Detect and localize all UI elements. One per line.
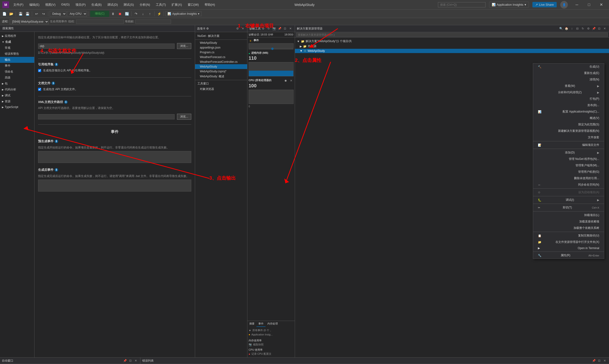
ctx-file-nest[interactable]: 文件放套 <box>533 134 604 141</box>
options-weather[interactable]: WeatherForecast.cs <box>195 55 247 59</box>
ctx-client-lib[interactable]: 管理客户端库(M)... <box>533 162 604 169</box>
options-controller[interactable]: WeatherForecastController.cs <box>195 59 247 64</box>
diag-pause-btn[interactable]: ⏸ <box>249 39 252 43</box>
options-appsettings[interactable]: appsettings.json <box>195 45 247 50</box>
doc-file-info-icon[interactable]: ℹ <box>52 82 55 85</box>
diag-snapshot-icon[interactable]: 📷 <box>272 26 276 31</box>
menu-edit[interactable]: 编辑(E) <box>27 2 42 8</box>
ctx-unload[interactable]: 卸载项目(L) <box>533 212 604 218</box>
menu-debug[interactable]: 调试(D) <box>105 2 120 8</box>
diag-all-events[interactable]: ▼ 所有事件 (0 个， <box>249 328 294 333</box>
sol-sync-icon[interactable]: ↕ <box>570 26 574 31</box>
ctx-appinsights[interactable]: 📊 配置 ApplicationInsights(C)... <box>533 108 604 115</box>
options-overview[interactable]: WebApiStudy: 概述 <box>195 74 247 79</box>
options-settings-icon[interactable]: ⚙ <box>235 26 240 31</box>
diag-float-icon[interactable]: ⊡ <box>283 26 287 31</box>
menu-view[interactable]: 视图(V) <box>43 2 58 8</box>
ctx-copy-path[interactable]: 📋 复制完整路径(U) <box>533 233 604 239</box>
auto-close-icon[interactable]: ✕ <box>133 358 138 363</box>
menu-window[interactable]: 窗口(W) <box>185 2 201 8</box>
close-button[interactable]: ✕ <box>596 1 607 9</box>
sol-refresh-icon[interactable]: ↻ <box>581 26 585 31</box>
output-path-input[interactable] <box>38 43 175 49</box>
tree-output[interactable]: 输出 <box>0 57 34 63</box>
save-all-button[interactable]: 💾 <box>24 11 30 17</box>
ref-assembly-checkbox[interactable] <box>38 69 41 72</box>
ctx-new-view[interactable]: 新建解决方案资源管理器视图(N) <box>533 128 604 134</box>
ctx-user-secrets[interactable]: 管理用户机密(G) <box>533 169 604 175</box>
diag-settings-icon[interactable]: ⚙ <box>261 26 265 31</box>
cpu-dropdown[interactable]: Any CPU <box>67 11 87 17</box>
thread-input[interactable] <box>76 20 124 24</box>
tree-errors-warnings[interactable]: 错误和警告 <box>0 51 34 57</box>
ctx-remove-unused[interactable]: 删除未使用的引用... <box>533 175 604 182</box>
tree-debug-group[interactable]: ▶ 调试 <box>0 92 34 99</box>
menu-extensions[interactable]: 扩展(X) <box>169 2 184 8</box>
options-program[interactable]: Program.cs <box>195 50 247 55</box>
ctx-open-folder[interactable]: 📁 在文件资源管理器中打开文件夹(X) <box>533 239 604 245</box>
diag-memory-tab[interactable]: 内存处理 <box>265 321 280 327</box>
restart-button[interactable]: 🔄 <box>124 11 130 17</box>
step-out-button[interactable]: ↑ <box>147 11 153 17</box>
ctx-rebuild[interactable]: 重新生成(E) <box>533 70 604 76</box>
options-webapi-2[interactable]: WebApiStudy <box>195 64 247 69</box>
tree-code-analysis-group[interactable]: ▶ 代码分析 <box>0 87 34 92</box>
auto-pin-icon[interactable]: 📌 <box>123 358 127 363</box>
diag-close-icon[interactable]: ✕ <box>288 26 293 31</box>
tree-advanced[interactable]: 高级 <box>0 75 34 81</box>
pre-build-textarea[interactable] <box>38 151 191 163</box>
undo-button[interactable]: ↩ <box>34 11 40 17</box>
diag-cpu-record-btn[interactable]: ● 记录 CPU 配置文 <box>249 352 294 356</box>
app-insights-button[interactable]: 📊 Application Insights ▾ <box>489 2 529 8</box>
sol-collapse-icon[interactable]: ⊟ <box>575 26 580 31</box>
ctx-pack[interactable]: 打包(P) <box>533 96 604 102</box>
global-search-input[interactable] <box>438 2 486 7</box>
sol-float-icon[interactable]: ⊡ <box>597 26 602 31</box>
sol-home-icon[interactable]: 🏠 <box>564 26 569 31</box>
browse-xml-button[interactable]: 浏览... <box>177 114 191 120</box>
tree-build-group[interactable]: ▼ 生成 <box>0 39 34 45</box>
diag-summary-tab[interactable]: 摘要 <box>247 321 257 327</box>
sol-settings-icon[interactable]: ⚙ <box>586 26 591 31</box>
sol-search-icon[interactable]: 🔍 <box>558 26 563 31</box>
step-over-button[interactable]: ↷ <box>133 11 139 17</box>
xml-path-input[interactable] <box>38 114 175 119</box>
ctx-load-direct[interactable]: 加载直接依赖项 <box>533 218 604 225</box>
maximize-button[interactable]: □ <box>583 1 595 9</box>
ctx-overview[interactable]: 概述(V) <box>533 115 604 121</box>
tree-resources-group[interactable]: ▶ 资源 <box>0 99 34 104</box>
browse-output-button[interactable]: 浏览... <box>177 43 191 49</box>
sol-solution-item[interactable]: ▼ 📁 解决方案"WebApiStudy"(1 个项目/共 <box>295 39 609 44</box>
minimize-button[interactable]: ─ <box>571 1 582 9</box>
ctx-view[interactable]: 查看(W) ▶ <box>533 83 604 89</box>
ctx-add[interactable]: 添加(D) ▶ <box>533 149 604 156</box>
new-file-button[interactable]: 📄 <box>1 11 7 17</box>
tree-package-group[interactable]: ▶ 包 <box>0 81 34 87</box>
ctx-load-all[interactable]: 加载整个依赖关系树 <box>533 225 604 231</box>
options-object-browser[interactable]: 对象浏览器 <box>195 86 247 92</box>
ctx-scope[interactable]: 限定为此范围(S) <box>533 121 604 128</box>
sol-project-folder[interactable]: ▼ ⚙ WebApiStudy <box>295 49 609 53</box>
menu-analyze[interactable]: 分析(N) <box>137 2 153 8</box>
pre-build-info-icon[interactable]: ℹ <box>55 140 58 143</box>
ref-assembly-info-icon[interactable]: ℹ <box>55 63 58 66</box>
step-into-button[interactable]: ↓ <box>140 11 146 17</box>
sol-external-folder[interactable]: ▶ 📁 外部源 <box>295 44 609 49</box>
tree-typescript-group[interactable]: ▶ TypeScript <box>0 104 34 110</box>
app-insights-toolbar-button[interactable]: 📊 Application Insights ▾ <box>165 12 202 16</box>
process-dropdown[interactable]: [5948] WebApiStudy.exe <box>10 19 49 24</box>
diag-cpu-record-icon[interactable]: ⏺ <box>283 78 288 83</box>
options-webapi-1[interactable]: WebApiStudy <box>195 40 247 45</box>
post-build-info-icon[interactable]: ℹ <box>55 168 58 171</box>
ctx-publish[interactable]: 发布(B)... <box>533 102 604 108</box>
menu-file[interactable]: 文件(F) <box>11 2 26 8</box>
post-build-textarea[interactable] <box>38 180 191 192</box>
performance-button[interactable]: ⚡ <box>156 11 162 17</box>
menu-test[interactable]: 测试(S) <box>121 2 136 8</box>
ctx-edit-proj[interactable]: 📝 编辑项目文件 <box>533 142 604 148</box>
options-csproj[interactable]: WebApiStudy.csproj* <box>195 69 247 74</box>
pause-button[interactable]: ⏸ <box>110 11 116 17</box>
tree-events[interactable]: 事件 <box>0 63 34 69</box>
stop-button[interactable]: ⏹ <box>117 11 123 17</box>
ctx-open-terminal[interactable]: ▶ Open in Terminal <box>533 245 604 251</box>
